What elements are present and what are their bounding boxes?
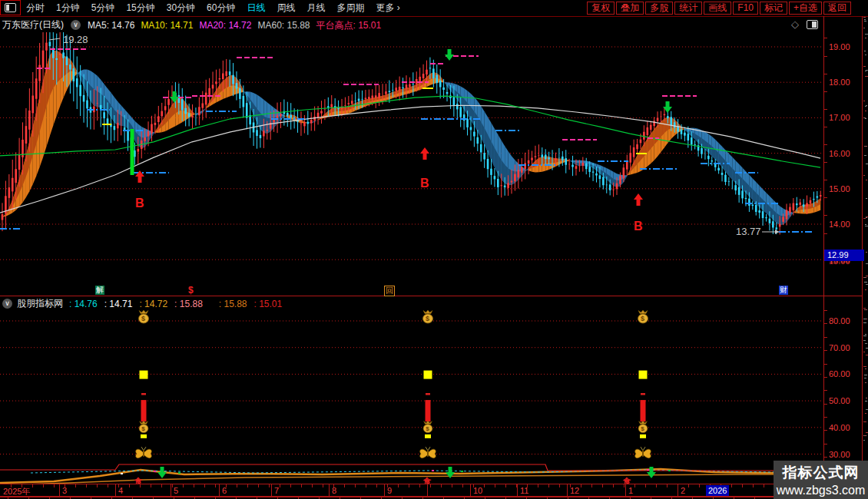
month-tick (59, 484, 60, 496)
month-tick (470, 484, 471, 496)
time-axis: 2025年3456789101112122026 (0, 484, 823, 497)
cloud-inner (227, 75, 230, 88)
menu-item-60分钟[interactable]: 60分钟 (207, 2, 235, 15)
toolbar-button-多股[interactable]: 多股 (645, 2, 673, 15)
strip-mark (863, 366, 866, 367)
indicator-line-red (0, 464, 822, 471)
minor-tick (505, 484, 506, 487)
sub-chart-canvas[interactable]: $$$$$$食食食 (0, 310, 823, 484)
panel-divider (0, 296, 862, 296)
watermark-line2: www.zbgs3.com (777, 484, 866, 497)
strip-mark (865, 55, 866, 55)
toolbar-button-复权[interactable]: 复权 (587, 2, 615, 15)
panel-expand-icon[interactable] (807, 20, 818, 29)
ma-indicator: MA10: 14.71 (141, 20, 193, 31)
minor-tick (366, 484, 366, 487)
minor-tick (667, 484, 668, 487)
event-marker-财[interactable]: 财 (779, 286, 788, 295)
strip-mark (864, 155, 866, 156)
strip-mark (866, 105, 867, 106)
minor-tick (118, 484, 119, 487)
toolbar-button-画线[interactable]: 画线 (704, 2, 731, 15)
strip-mark (866, 180, 867, 180)
strip-mark (865, 76, 868, 77)
cloud-inner (810, 203, 813, 209)
menu-item-更多 ›[interactable]: 更多 › (376, 2, 399, 15)
month-label: 10 (473, 486, 482, 495)
indicator-dot (461, 471, 463, 472)
svg-text:$: $ (426, 315, 429, 322)
price-axis-label: 18.00 (829, 78, 850, 87)
month-tick (567, 484, 568, 496)
window-toggle-button[interactable] (0, 0, 21, 15)
main-chart-canvas[interactable]: BBB19.2813.77 (0, 32, 823, 296)
minor-tick (452, 484, 452, 487)
event-marker-解[interactable]: 解 (95, 286, 104, 295)
toolbar-button-统计[interactable]: 统计 (674, 2, 702, 15)
toolbar-button-+自选[interactable]: +自选 (789, 2, 822, 15)
diamond-icon[interactable]: ◇ (791, 18, 799, 30)
chevron-down-icon-sub[interactable]: ∨ (2, 299, 12, 309)
month-tick (517, 484, 518, 496)
strip-mark (865, 413, 866, 414)
strip-mark (865, 34, 868, 35)
event-marker-回[interactable]: 回 (384, 286, 395, 296)
indicator-values: : 14.76: 14.71: 14.72: 15.88: 15.88: 15.… (69, 296, 289, 310)
menu-item-周线[interactable]: 周线 (277, 2, 295, 15)
svg-text:$: $ (641, 315, 644, 322)
strip-mark (864, 51, 866, 51)
toolbar-button-叠加[interactable]: 叠加 (616, 2, 644, 15)
menu-item-日线[interactable]: 日线 (247, 2, 265, 15)
food-marker-icon: 食 (622, 477, 631, 484)
strip-mark (863, 335, 866, 336)
month-tick (427, 484, 428, 496)
strip-mark (863, 66, 866, 67)
minor-tick (75, 484, 76, 487)
low-annotation: 13.77 (736, 226, 761, 237)
minor-tick (581, 484, 581, 487)
strip-mark (864, 309, 867, 310)
strip-mark (865, 224, 866, 225)
strip-mark (863, 421, 866, 422)
menu-item-1分钟[interactable]: 1分钟 (56, 2, 80, 15)
buy-label-B: B (135, 197, 144, 210)
toolbar-button-F10[interactable]: F10 (733, 2, 758, 15)
toolbar-button-标记[interactable]: 标记 (760, 2, 787, 15)
minor-tick (602, 484, 603, 487)
butterfly-icon (635, 447, 651, 458)
svg-text:$: $ (641, 425, 644, 432)
strip-mark (866, 252, 867, 253)
menu-item-15分钟[interactable]: 15分钟 (126, 2, 154, 15)
toolbar-button-返回[interactable]: 返回 (823, 2, 851, 15)
menu-item-多周期[interactable]: 多周期 (336, 2, 364, 15)
minor-tick (753, 484, 754, 487)
minor-tick (323, 484, 323, 487)
month-tick (115, 484, 116, 496)
menu-item-30分钟[interactable]: 30分钟 (167, 2, 195, 15)
strip-mark (864, 435, 866, 436)
minor-tick (441, 484, 442, 487)
menu-item-5分钟[interactable]: 5分钟 (91, 2, 115, 15)
menu-item-月线[interactable]: 月线 (306, 2, 325, 15)
event-marker-$[interactable]: $ (188, 286, 194, 295)
last-price-box: 12.99 (824, 250, 864, 261)
strip-mark (865, 71, 866, 71)
minor-tick (419, 484, 420, 487)
menu-item-分时[interactable]: 分时 (26, 2, 45, 15)
price-axis-label: 14.00 (829, 220, 850, 229)
strip-mark (865, 343, 867, 344)
strip-mark (863, 340, 866, 341)
strip-mark (864, 21, 866, 21)
minor-tick (688, 484, 689, 487)
indicator-dot (668, 470, 671, 471)
tdx-stock-app: 分时1分钟5分钟15分钟30分钟60分钟日线周线月线多周期更多 › 复权叠加多股… (0, 0, 868, 499)
svg-text:$: $ (426, 425, 429, 432)
month-label: 7 (274, 486, 279, 495)
butterfly-icon (136, 447, 152, 458)
minor-tick (699, 484, 700, 487)
month-label: 8 (332, 486, 336, 495)
cloud-inner (94, 89, 97, 107)
month-label: 2 (681, 486, 685, 495)
chevron-down-icon[interactable]: ∨ (71, 20, 81, 30)
svg-text:$: $ (141, 425, 145, 432)
